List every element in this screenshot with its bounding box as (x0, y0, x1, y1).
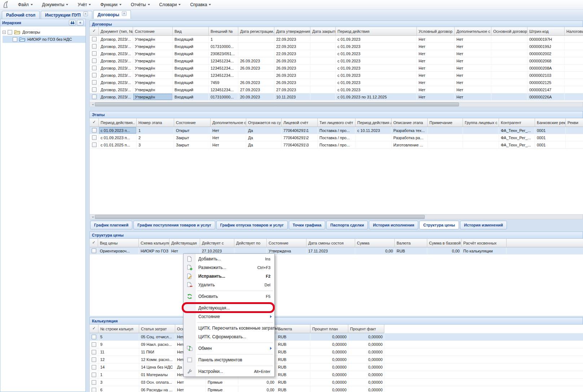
row-checkbox[interactable] (92, 335, 96, 339)
column-header[interactable]: Дополнительное с (455, 27, 491, 36)
context-menu-item-refresh[interactable]: ОбновитьF5 (184, 292, 274, 301)
row-checkbox[interactable] (92, 142, 97, 147)
column-header[interactable]: Действует по (234, 239, 267, 247)
row-checkbox[interactable] (92, 388, 96, 392)
column-header[interactable]: ✓ (90, 27, 99, 36)
row-checkbox[interactable] (92, 66, 97, 70)
tree-checkbox[interactable] (13, 37, 17, 42)
column-header[interactable]: № строки калькул (98, 325, 139, 333)
context-menu-item-duplicate[interactable]: Размножить...Ctrl+F3 (184, 263, 274, 272)
row-checkbox[interactable] (92, 373, 96, 377)
context-menu-item-settings[interactable]: Настройки...Alt+Enter (184, 367, 274, 376)
column-header[interactable]: Штрих-код (527, 27, 565, 36)
table-row[interactable]: Договор, 2023/...УтверждёнВходящий017310… (90, 93, 583, 101)
column-header[interactable]: Документ (тип, № (99, 27, 133, 36)
tab-desktop[interactable]: Рабочий стол (2, 11, 40, 19)
table-row[interactable]: Договор, 2023/...УтверждёнВходящий745926… (90, 79, 583, 86)
row-checkbox[interactable] (92, 58, 97, 63)
tree-checkbox[interactable] (8, 30, 12, 35)
table-row[interactable]: с 01.09.2023 п...1ОткрытНетДа7706406291\… (90, 127, 583, 134)
column-header[interactable]: Процент план (310, 325, 348, 333)
stages-hscrollbar[interactable]: ◄ (89, 214, 583, 219)
column-header[interactable]: Схема калькуляци (139, 239, 169, 247)
scrollbar-thumb[interactable] (95, 102, 459, 106)
column-header[interactable]: ✓ (90, 325, 98, 333)
tree-node-niokr[interactable]: НИОКР по ГОЗ без НДС (3, 36, 85, 43)
table-row[interactable]: 606 Расходы на ...НетПрямые0,00RUB0,0000… (90, 386, 583, 392)
tab-schedule-points[interactable]: Точки графика (289, 221, 326, 229)
close-icon[interactable]: ✕ (122, 11, 127, 16)
column-header[interactable]: Период действия л (355, 118, 392, 127)
menu-reports[interactable]: Отчёты (126, 1, 155, 9)
column-header[interactable]: Лицевой счёт (282, 118, 318, 127)
column-header[interactable]: Действует с (200, 239, 234, 247)
column-header[interactable]: Группа лицевых с (463, 118, 499, 127)
context-menu-item-edit[interactable]: Исправить...F2 (184, 272, 274, 281)
row-checkbox[interactable] (92, 44, 97, 49)
table-row[interactable]: Договор, 2023/...УтверждёнВходящий123451… (90, 57, 583, 65)
column-header[interactable]: Условный договор (417, 27, 455, 36)
column-header[interactable]: Дата утверждения (274, 27, 310, 36)
table-row[interactable]: Договор, 2023/...УтверждёнВходящий123451… (90, 86, 583, 93)
tab-price-structure[interactable]: Структура цены (419, 221, 459, 229)
column-header[interactable]: Внешний № (209, 27, 238, 36)
column-header[interactable]: Номер этапа (137, 118, 174, 127)
column-header[interactable]: Дата закрытия (310, 27, 336, 36)
table-row[interactable]: Договор, 2023/...УтверждёнВходящий123451… (90, 65, 583, 72)
table-row[interactable]: 909 Накл. расхо...НетRUB0,000000,00000 (90, 341, 583, 348)
close-icon[interactable]: ✕ (83, 12, 88, 16)
context-menu-item-citk-generate[interactable]: ЦИТК. Сформировать... (184, 332, 274, 341)
column-header[interactable]: Дата смены состоя (306, 239, 355, 247)
table-row[interactable]: с 01.01.2025 п...3ЗакрытНетДа7706406291\… (90, 141, 583, 149)
column-header[interactable]: Описание этапа (392, 118, 428, 127)
tree-node-contracts[interactable]: − Договоры (3, 28, 85, 36)
context-menu-item-toolbar[interactable]: Панель инструментов (184, 356, 274, 364)
tree-search-button[interactable] (69, 20, 76, 26)
column-header[interactable]: Основной договор (491, 27, 527, 36)
context-menu-item-set-active[interactable]: Действующая... (184, 304, 274, 312)
row-checkbox[interactable] (92, 357, 96, 362)
scrollbar-thumb[interactable] (95, 215, 425, 219)
row-checkbox[interactable] (92, 365, 96, 370)
table-row[interactable]: 303 Осн. оплата...НетПрямые0,00RUB0,0000… (90, 379, 583, 386)
column-header[interactable]: Статья затрат (139, 325, 175, 333)
collapse-expander-icon[interactable]: − (3, 31, 6, 34)
column-header[interactable]: Состояние (267, 239, 306, 247)
menu-file[interactable]: Файл (13, 1, 37, 9)
column-header[interactable]: ✓ (90, 239, 98, 247)
table-row[interactable]: 505 Соц. отчисл...НетRUB0,000000,00000 (90, 333, 583, 341)
column-header[interactable]: Отражается на су (246, 118, 282, 127)
tab-goods-release-schedule[interactable]: График отпуска товаров и услуг (216, 221, 288, 229)
row-checkbox[interactable] (92, 248, 96, 253)
row-checkbox[interactable] (92, 128, 97, 133)
context-menu-item-citk-recalculate-indirect[interactable]: ЦИТК. Пересчитать косвенные затраты... (184, 324, 274, 332)
table-row[interactable]: 101 МатериалыНетПрямые0,00RUB0,000000,00… (90, 371, 583, 379)
column-header[interactable]: Действующая (169, 239, 200, 247)
column-header[interactable]: Валюта (395, 239, 427, 247)
column-header[interactable]: Сумма в базовой в (427, 239, 461, 247)
scroll-left-icon[interactable]: ◄ (90, 216, 95, 218)
row-checkbox[interactable] (92, 350, 96, 354)
table-row[interactable]: с 01.09.2023 п...2ЗакрытНетДа7706406291\… (90, 134, 583, 141)
tab-payment-schedule[interactable]: График платежей (90, 221, 132, 229)
column-header[interactable]: Состояние (133, 27, 173, 36)
column-header[interactable]: Состояние (174, 118, 211, 127)
menu-accounting[interactable]: Учёт (73, 1, 96, 9)
tab-change-history[interactable]: История изменений (460, 221, 507, 229)
column-header[interactable]: Дата регистрации. (238, 27, 274, 36)
column-header[interactable]: Процент факт (348, 325, 384, 333)
row-checkbox[interactable] (92, 342, 96, 347)
column-header[interactable]: Банковские реквиз (535, 118, 566, 127)
row-checkbox[interactable] (92, 51, 97, 56)
table-row[interactable]: 1111 ПКИНетRUB0,000000,00000 (90, 348, 583, 356)
tab-deal-passports[interactable]: Паспорта сделки (326, 221, 368, 229)
sidebar-splitter[interactable] (86, 19, 89, 392)
table-row[interactable]: Договор, 2023/...УтверждёнВходящий123451… (90, 72, 583, 79)
menu-functions[interactable]: Функции (96, 1, 126, 9)
scroll-left-icon[interactable]: ◄ (90, 103, 95, 106)
table-row[interactable]: Договор, 2023/...УтверждёнВходящий122.09… (90, 36, 583, 43)
menu-help[interactable]: Справка (185, 1, 216, 9)
context-menu-item-add[interactable]: Добавить...Ins (184, 255, 274, 263)
column-header[interactable]: Дополнительное с (211, 118, 246, 127)
row-checkbox[interactable] (92, 94, 97, 99)
